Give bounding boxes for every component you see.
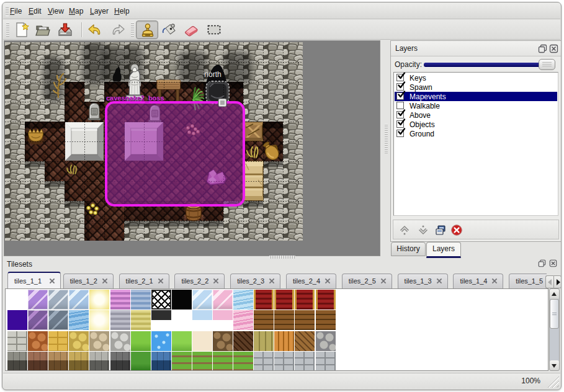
palette-tile-gray-bricks[interactable] <box>295 352 315 371</box>
palette-tile-dirt-roots[interactable] <box>213 331 233 351</box>
palette-tile-gray-stripes[interactable] <box>110 310 130 330</box>
palette-tile-yellow-wall[interactable] <box>69 352 89 371</box>
map-canvas[interactable]: cavesnake2_bosscavesnake2_bossnorthnorth <box>5 42 303 241</box>
menu-layer[interactable]: Layer <box>89 6 110 17</box>
close-tab-icon[interactable] <box>101 277 109 285</box>
palette-tile-red-carpet[interactable] <box>295 290 315 310</box>
close-dock-icon[interactable] <box>549 44 558 53</box>
palette-tile-red-carpet[interactable] <box>274 290 294 310</box>
tileset-tab-scroll-left[interactable] <box>545 275 553 288</box>
palette-tile-stone-pile[interactable] <box>316 331 336 351</box>
palette-tile-herringbone[interactable] <box>295 331 315 351</box>
palette-tile-wood-planks[interactable] <box>254 310 274 330</box>
palette-tile-rust-stone[interactable] <box>28 331 48 351</box>
select-tool-icon[interactable] <box>206 22 222 38</box>
palette-tile-grass-light[interactable] <box>172 331 192 351</box>
palette-tile-blue-crystal[interactable] <box>69 290 89 310</box>
dock-tab-history[interactable]: History <box>391 242 426 256</box>
scroll-up-button[interactable] <box>550 289 559 299</box>
opacity-slider-track[interactable] <box>424 63 554 67</box>
palette-tile-pale-yellow[interactable] <box>89 310 109 330</box>
palette-tile-gray-blocks[interactable] <box>7 331 27 351</box>
map-object-crate[interactable] <box>244 122 262 141</box>
palette-tile-blank[interactable] <box>172 310 192 330</box>
palette-tile-wood-planks[interactable] <box>316 310 336 330</box>
menu-edit[interactable]: Edit <box>27 6 43 17</box>
tileset-tab-tiles_2_4[interactable]: tiles_2_4 <box>286 274 336 288</box>
vertical-splitter[interactable] <box>385 124 388 154</box>
map-object-chest[interactable] <box>244 161 263 200</box>
delete-icon[interactable] <box>450 224 463 236</box>
palette-tile-water-waves[interactable] <box>69 310 89 330</box>
palette-tile-blue-wall[interactable] <box>151 352 171 371</box>
close-tilesets-icon[interactable] <box>549 259 558 269</box>
palette-tile-pink-glass-half[interactable] <box>213 310 233 330</box>
close-tab-icon[interactable] <box>268 277 275 285</box>
palette-tile-wicker[interactable] <box>274 331 294 351</box>
tileset-tab-tiles_2_2[interactable]: tiles_2_2 <box>174 274 225 288</box>
palette-tile-crop-rows[interactable] <box>172 352 192 371</box>
close-tab-icon[interactable] <box>491 277 498 285</box>
layer-row-above[interactable]: Above <box>395 110 557 120</box>
close-tab-icon[interactable] <box>324 277 331 285</box>
palette-tile-crop-rows[interactable] <box>213 352 233 371</box>
palette-tile-blue-waves[interactable] <box>233 290 253 310</box>
undo-icon[interactable] <box>87 22 103 38</box>
layer-row-spawn[interactable]: Spawn <box>395 82 557 92</box>
duplicate-icon[interactable] <box>434 224 447 236</box>
layer-row-mapevents[interactable]: Mapevents <box>395 92 557 101</box>
palette-scrollbar[interactable] <box>549 288 560 371</box>
palette-tile-dark-brick-wall[interactable] <box>110 352 130 371</box>
palette-tile-pink-glass[interactable] <box>213 290 233 310</box>
tileset-tab-tiles_1_2[interactable]: tiles_1_2 <box>63 274 114 288</box>
scroll-down-button[interactable] <box>550 360 559 370</box>
palette-tile-gray-wall[interactable] <box>89 352 109 371</box>
move-up-icon[interactable] <box>398 224 411 236</box>
layer-row-objects[interactable]: Objects <box>395 120 557 129</box>
float-tilesets-icon[interactable] <box>538 259 547 269</box>
palette-tile-gray-pebbles[interactable] <box>110 331 130 351</box>
palette-tile-crop-rows[interactable] <box>192 352 212 371</box>
palette-tile-wood-planks[interactable] <box>295 310 315 330</box>
save-icon[interactable] <box>57 22 73 38</box>
close-tab-icon[interactable] <box>48 277 56 285</box>
palette-tile-water[interactable] <box>151 331 171 351</box>
palette-tile-red-carpet[interactable] <box>254 290 274 310</box>
close-tab-icon[interactable] <box>157 277 164 285</box>
palette-tile-red-wall[interactable] <box>28 352 48 371</box>
layer-row-ground[interactable]: Ground <box>395 129 557 138</box>
layer-row-walkable[interactable]: Walkable <box>395 101 557 110</box>
close-tab-icon[interactable] <box>436 277 443 285</box>
tileset-tab-tiles_1_3[interactable]: tiles_1_3 <box>398 274 448 288</box>
scrollbar-thumb[interactable] <box>550 299 559 329</box>
palette-tile-stone-wall[interactable] <box>7 352 27 371</box>
selection-region[interactable] <box>106 102 244 205</box>
tileset-tab-scroll-right[interactable] <box>553 275 562 288</box>
palette-tile-crop-rows[interactable] <box>233 352 253 371</box>
fill-tool-icon[interactable] <box>161 22 177 38</box>
horizontal-splitter[interactable] <box>269 256 295 259</box>
palette-tile-dark-gray-crystal[interactable] <box>48 310 68 330</box>
opacity-slider-handle[interactable] <box>539 59 555 70</box>
palette-tile-wood-planks[interactable] <box>274 310 294 330</box>
tileset-tab-tiles_1_5[interactable]: tiles_1_5 <box>509 274 547 288</box>
palette-tile-dark-purple-crystal[interactable] <box>28 310 48 330</box>
palette-tile-pink-waves[interactable] <box>233 310 253 330</box>
palette-tile-red-carpet[interactable] <box>316 290 336 310</box>
palette-tile-dark-plaque[interactable] <box>151 310 171 330</box>
tileset-tab-tiles_1_1[interactable]: tiles_1_1 <box>7 272 61 288</box>
palette-tile-gray-bricks[interactable] <box>274 352 294 371</box>
close-tab-icon[interactable] <box>380 277 387 285</box>
menu-map[interactable]: Map <box>68 6 84 17</box>
stamp-tool-icon[interactable] <box>136 20 158 39</box>
palette-tile-khaki-stripes[interactable] <box>131 310 151 330</box>
palette-tile-brown-wall[interactable] <box>48 352 68 371</box>
palette-tile-pink-stripes[interactable] <box>110 290 130 310</box>
palette-tile-gray-bricks[interactable] <box>316 352 336 371</box>
palette-tile-gray-crystal[interactable] <box>48 290 68 310</box>
palette-tile-gray-bricks[interactable] <box>254 352 274 371</box>
palette-tile-sand[interactable] <box>192 331 212 351</box>
map-viewport[interactable]: cavesnake2_bosscavesnake2_bossnorthnorth <box>4 40 380 256</box>
layer-row-keys[interactable]: Keys <box>395 73 557 82</box>
palette-tile-indigo[interactable] <box>7 310 27 330</box>
